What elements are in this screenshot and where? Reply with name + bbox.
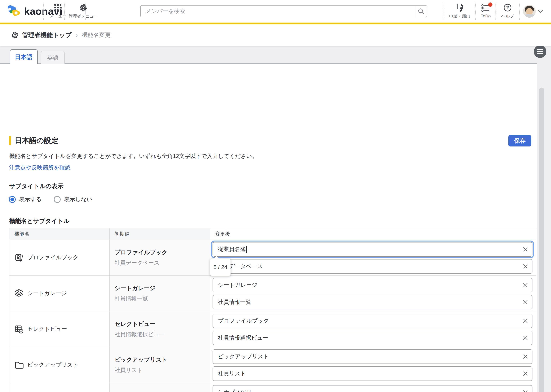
table-header-row: 機能名 初期値 変更後 <box>9 228 536 240</box>
radio-unselected-icon[interactable] <box>54 196 61 203</box>
subtitle-input-value: 社員情報選択ビュー <box>218 334 268 342</box>
clear-input-icon[interactable] <box>523 299 528 305</box>
subtitle-input[interactable]: 社員情報一覧 <box>212 295 532 309</box>
search-icon[interactable] <box>415 6 427 17</box>
brand-accent-bar <box>0 22 551 24</box>
clear-input-icon[interactable] <box>523 371 528 377</box>
table-row: シートガレージシートガレージ社員情報一覧シートガレージ社員情報一覧 <box>9 276 536 311</box>
table-row: セレクトビューセレクトビュー社員情報選択ビュープロファイルブック社員情報選択ビュ… <box>9 311 536 347</box>
col-header-feature: 機能名 <box>9 228 110 240</box>
default-subtitle: 社員情報選択ビュー <box>115 331 210 338</box>
pickup-list-icon <box>14 360 23 370</box>
kaonavi-logo-icon <box>7 5 21 18</box>
apply-report-button[interactable]: 申請・届出 <box>444 2 475 21</box>
default-subtitle: 社員情報一覧 <box>115 295 210 302</box>
feature-name-cell: ピックアップリスト <box>9 347 110 383</box>
divider <box>85 3 85 20</box>
changed-value-cell: ピックアップリスト社員リスト <box>210 347 536 383</box>
feature-name-cell: セレクトビュー <box>9 311 110 347</box>
sheet-garage-icon <box>14 289 23 298</box>
clear-input-icon[interactable] <box>523 246 528 252</box>
save-button[interactable]: 保存 <box>508 135 531 147</box>
page-title: 日本語の設定 <box>15 136 58 146</box>
clear-input-icon[interactable] <box>523 390 528 392</box>
feature-name-cell: シナプスツリー <box>9 383 110 392</box>
feature-name-input[interactable]: 従業員名簿 <box>212 242 532 257</box>
changed-value-cell: 従業員名簿社員データベース5 / 24 <box>210 240 536 276</box>
default-value-cell: プロファイルブック社員データベース <box>110 240 210 276</box>
settings-panel: 日本語の設定 保存 機能名とサブタイトルを変更することができます。いずれも全角1… <box>0 63 537 392</box>
clear-input-icon[interactable] <box>523 335 528 341</box>
table-row: ピックアップリストピックアップリスト社員リストピックアップリスト社員リスト <box>9 347 536 383</box>
feature-name-table: 機能名 初期値 変更後 プロファイルブックプロファイルブック社員データベース従業… <box>9 228 536 392</box>
member-search-box[interactable]: メンバーを検索 <box>140 5 427 17</box>
breadcrumb-admin-top[interactable]: 管理者機能トップ <box>22 31 71 39</box>
default-name: シートガレージ <box>115 284 210 292</box>
floating-menu-button[interactable] <box>534 45 546 58</box>
radio-show-label: 表示する <box>19 196 42 203</box>
text-caret <box>246 246 247 253</box>
admin-menu-label: 管理者メニュー <box>69 13 98 19</box>
default-subtitle: 社員データベース <box>115 259 210 267</box>
chevron-down-icon <box>538 10 543 13</box>
clear-input-icon[interactable] <box>523 282 528 288</box>
todo-button[interactable]: ToDo <box>476 2 495 21</box>
radio-selected-icon[interactable] <box>9 196 16 203</box>
feature-name-input-value: シナプスツリー <box>218 389 258 392</box>
radio-option-hide[interactable]: 表示しない <box>54 196 92 203</box>
feature-name-label: シートガレージ <box>27 289 67 297</box>
app-header: kaonavi メニュー <box>0 0 551 22</box>
radio-hide-label: 表示しない <box>64 196 92 203</box>
changed-value-cell: プロファイルブック社員情報選択ビュー <box>210 311 536 347</box>
feature-name-input-value: シートガレージ <box>218 281 257 289</box>
profile-book-icon <box>14 253 23 262</box>
default-value-cell: ピックアップリスト社員リスト <box>110 347 210 383</box>
default-name: プロファイルブック <box>115 249 210 256</box>
vertical-scrollbar[interactable] <box>539 88 544 392</box>
language-tabs: 日本語 英語 <box>10 49 65 64</box>
clear-input-icon[interactable] <box>523 264 528 269</box>
gear-icon <box>11 31 19 39</box>
clear-input-icon[interactable] <box>523 318 528 324</box>
todo-label: ToDo <box>481 14 491 19</box>
tab-japanese[interactable]: 日本語 <box>10 49 38 64</box>
subtitle-input[interactable]: 社員リスト <box>212 366 532 381</box>
document-stamp-icon <box>455 3 464 12</box>
default-name: ピックアップリスト <box>115 356 210 364</box>
subtitle-input[interactable]: 社員データベース <box>212 259 532 274</box>
section-accent-bar <box>9 136 11 145</box>
feature-name-input[interactable]: シートガレージ <box>212 278 532 292</box>
feature-name-input-value: ピックアップリスト <box>218 353 269 360</box>
changed-value-cell: シートガレージ社員情報一覧 <box>210 276 536 311</box>
feature-name-cell: シートガレージ <box>9 276 110 311</box>
question-circle-icon: ? <box>503 3 512 12</box>
feature-name-input[interactable]: ピックアップリスト <box>212 349 532 364</box>
search-input[interactable]: メンバーを検索 <box>141 7 415 15</box>
default-value-cell: シナプスツリー組織図 <box>110 383 210 392</box>
account-menu[interactable] <box>520 5 546 18</box>
help-button[interactable]: ? ヘルプ <box>496 2 519 21</box>
subtitle-input[interactable]: 社員情報選択ビュー <box>212 331 532 345</box>
page: kaonavi メニュー <box>0 0 551 392</box>
feature-name-input-value: プロファイルブック <box>218 317 269 325</box>
radio-option-show[interactable]: 表示する <box>9 196 42 203</box>
avatar[interactable] <box>523 5 536 18</box>
table-row: シナプスツリーシナプスツリー組織図シナプスツリー組織図 <box>9 383 536 392</box>
subtitle-input-value: 社員情報一覧 <box>218 298 251 306</box>
todo-notification-badge <box>488 2 493 7</box>
char-counter-tooltip: 5 / 24 <box>210 259 231 276</box>
feature-name-input[interactable]: シナプスツリー <box>212 385 532 392</box>
select-view-icon <box>14 324 23 334</box>
notes-link[interactable]: 注意点や反映箇所を確認 <box>9 164 71 172</box>
col-header-changed: 変更後 <box>210 228 536 240</box>
feature-name-input[interactable]: プロファイルブック <box>212 314 532 328</box>
feature-name-cell: プロファイルブック <box>9 240 110 276</box>
breadcrumb: 管理者機能トップ › 機能名変更 <box>0 24 551 46</box>
gear-icon <box>79 3 88 12</box>
table-heading: 機能名とサブタイトル <box>9 217 70 225</box>
default-value-cell: セレクトビュー社員情報選択ビュー <box>110 311 210 347</box>
tab-english[interactable]: 英語 <box>41 51 65 64</box>
clear-input-icon[interactable] <box>523 354 528 359</box>
subtitle-display-options: 表示する 表示しない <box>9 196 92 203</box>
admin-menu-button[interactable]: 管理者メニュー <box>64 2 103 21</box>
